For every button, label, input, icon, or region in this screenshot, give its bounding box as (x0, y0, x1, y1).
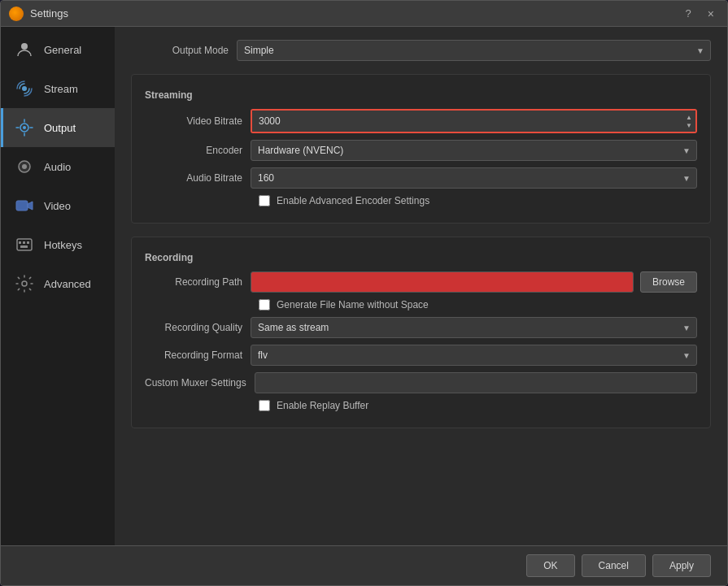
sidebar-item-stream[interactable]: Stream (1, 69, 115, 108)
enable-replay-row: Enable Replay Buffer (145, 400, 697, 411)
recording-quality-select-wrapper: Same as stream ▼ (251, 317, 697, 338)
stream-icon (13, 77, 36, 100)
recording-format-select[interactable]: flv (251, 345, 697, 366)
streaming-header: Streaming (145, 89, 697, 101)
svg-point-5 (22, 164, 27, 169)
audio-icon (13, 155, 36, 178)
apply-button[interactable]: Apply (652, 554, 711, 577)
enable-advanced-checkbox[interactable] (259, 195, 270, 206)
output-icon (13, 116, 36, 139)
enable-replay-checkbox[interactable] (259, 400, 270, 411)
svg-marker-7 (28, 202, 33, 210)
output-mode-label: Output Mode (131, 45, 237, 56)
generate-filename-row: Generate File Name without Space (145, 299, 697, 310)
help-button[interactable]: ? (681, 6, 696, 21)
sidebar-item-general[interactable]: General (1, 30, 115, 69)
audio-bitrate-label: Audio Bitrate (145, 172, 251, 184)
sidebar-item-advanced[interactable]: Advanced (1, 264, 115, 303)
output-label: Output (44, 122, 76, 134)
video-bitrate-input[interactable] (252, 111, 695, 132)
browse-button[interactable]: Browse (640, 271, 697, 293)
app-icon (9, 7, 24, 21)
svg-rect-9 (19, 241, 21, 244)
svg-point-13 (22, 281, 27, 286)
recording-format-row: Recording Format flv ▼ (145, 345, 697, 366)
stream-label: Stream (44, 83, 78, 95)
enable-advanced-row: Enable Advanced Encoder Settings (145, 195, 697, 206)
video-bitrate-row: Video Bitrate ▲ ▼ (145, 109, 697, 133)
generate-filename-label[interactable]: Generate File Name without Space (277, 299, 429, 310)
recording-format-select-wrapper: flv ▼ (251, 345, 697, 366)
cancel-button[interactable]: Cancel (582, 554, 646, 577)
enable-replay-label[interactable]: Enable Replay Buffer (277, 400, 368, 411)
recording-quality-select[interactable]: Same as stream (251, 317, 697, 338)
encoder-label: Encoder (145, 145, 251, 156)
general-label: General (44, 44, 81, 56)
recording-path-wrapper (251, 271, 634, 293)
hotkeys-icon (13, 233, 36, 256)
sidebar: General Stream (1, 27, 115, 545)
recording-path-input[interactable] (251, 271, 634, 293)
svg-rect-6 (16, 201, 28, 211)
close-button[interactable]: × (703, 6, 719, 22)
window-title: Settings (30, 7, 681, 20)
bottom-bar: OK Cancel Apply (1, 545, 727, 585)
audio-bitrate-select[interactable]: 160 (251, 167, 697, 189)
custom-muxer-label: Custom Muxer Settings (145, 377, 255, 388)
audio-bitrate-row: Audio Bitrate 160 ▼ (145, 167, 697, 189)
audio-label: Audio (44, 161, 71, 173)
svg-rect-12 (20, 245, 28, 248)
titlebar-controls: ? × (681, 6, 719, 22)
recording-quality-label: Recording Quality (145, 322, 251, 333)
encoder-row: Encoder Hardware (NVENC) ▼ (145, 140, 697, 161)
advanced-label: Advanced (44, 278, 91, 290)
recording-path-row: Recording Path Browse (145, 271, 697, 293)
ok-button[interactable]: OK (526, 554, 574, 577)
svg-point-1 (22, 86, 27, 91)
enable-advanced-label[interactable]: Enable Advanced Encoder Settings (277, 195, 429, 206)
svg-rect-11 (27, 241, 29, 244)
video-label: Video (44, 200, 71, 212)
general-icon (13, 38, 36, 61)
encoder-select[interactable]: Hardware (NVENC) (251, 140, 697, 161)
sidebar-item-video[interactable]: Video (1, 186, 115, 225)
custom-muxer-input[interactable] (255, 372, 697, 393)
output-mode-select[interactable]: Simple (237, 40, 711, 61)
recording-quality-row: Recording Quality Same as stream ▼ (145, 317, 697, 338)
sidebar-item-audio[interactable]: Audio (1, 147, 115, 186)
content-area: General Stream (1, 27, 727, 545)
recording-format-label: Recording Format (145, 349, 251, 361)
encoder-select-wrapper: Hardware (NVENC) ▼ (251, 140, 697, 161)
output-mode-select-wrapper: Simple ▼ (237, 40, 711, 61)
sidebar-item-hotkeys[interactable]: Hotkeys (1, 225, 115, 264)
recording-path-label: Recording Path (145, 276, 251, 288)
streaming-section: Streaming Video Bitrate ▲ ▼ Encoder (131, 74, 711, 224)
video-bitrate-input-wrapper: ▲ ▼ (251, 109, 697, 133)
recording-header: Recording (145, 252, 697, 263)
main-panel: Output Mode Simple ▼ Streaming Video Bit… (115, 27, 727, 545)
advanced-icon (13, 272, 36, 295)
svg-point-3 (23, 126, 26, 129)
svg-rect-8 (17, 239, 32, 250)
recording-section: Recording Recording Path Browse Generate… (131, 237, 711, 428)
output-mode-row: Output Mode Simple ▼ (131, 40, 711, 61)
sidebar-item-output[interactable]: Output (1, 108, 115, 147)
svg-rect-10 (23, 241, 25, 244)
svg-point-0 (21, 43, 28, 50)
custom-muxer-row: Custom Muxer Settings (145, 372, 697, 393)
video-bitrate-label: Video Bitrate (145, 115, 251, 127)
generate-filename-checkbox[interactable] (259, 299, 270, 310)
settings-window: Settings ? × General (0, 0, 728, 586)
audio-bitrate-select-wrapper: 160 ▼ (251, 167, 697, 189)
hotkeys-label: Hotkeys (44, 239, 82, 251)
video-icon (13, 194, 36, 217)
titlebar: Settings ? × (1, 1, 727, 27)
